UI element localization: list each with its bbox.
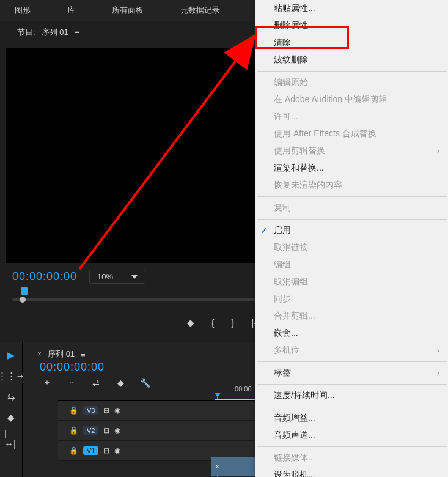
sequence-tab-name[interactable]: 序列 01 (48, 349, 75, 360)
menu-render-replace[interactable]: 渲染和替换... (255, 160, 448, 177)
tab-library[interactable]: 库 (55, 0, 87, 21)
menu-paste-attributes[interactable]: 粘贴属性... (255, 0, 448, 17)
timeline-panel-menu-icon[interactable]: ≡ (81, 350, 86, 359)
menu-link-media: 链接媒体... (255, 449, 448, 467)
menu-edit-original: 编辑原始 (255, 74, 448, 91)
menu-ripple-delete[interactable]: 波纹删除 (255, 51, 448, 68)
ripple-edit-tool[interactable]: ⇆ (4, 390, 18, 404)
selection-tool[interactable]: ▶ (4, 349, 18, 362)
clip-context-menu: 粘贴属性... 删除属性... 清除 波纹删除 编辑原始 在 Adobe Aud… (255, 0, 448, 477)
track-v1-target[interactable]: V1 (83, 446, 98, 455)
sequence-close-icon[interactable]: × (37, 350, 42, 358)
menu-replace-after-effects: 使用 After Effects 合成替换 (255, 125, 448, 142)
zoom-value: 10% (97, 272, 113, 281)
menu-replace-clip[interactable]: 使用剪辑替换› (255, 142, 448, 160)
menu-separator (257, 407, 447, 407)
menu-separator (257, 196, 447, 197)
lock-icon[interactable]: 🔒 (69, 446, 78, 455)
track-select-tool[interactable]: ⋮⋮→ (4, 369, 18, 383)
menu-license: 许可... (255, 108, 448, 125)
menu-separator (257, 361, 447, 362)
menu-enable[interactable]: ✓启用 (255, 222, 448, 239)
program-timecode[interactable]: 00:00:00:00 (12, 270, 77, 283)
tab-all-panels[interactable]: 所有面板 (100, 0, 156, 21)
menu-speed-duration[interactable]: 速度/持续时间... (255, 387, 448, 404)
tab-graphics[interactable]: 图形 (2, 0, 43, 21)
track-sync-icon[interactable]: ⊟ (103, 426, 109, 435)
menu-unlink: 取消链接 (255, 239, 448, 256)
linked-selection-toggle[interactable]: ⇄ (91, 377, 101, 388)
program-time-row: 00:00:00:00 10% (12, 270, 145, 284)
menu-audio-gain[interactable]: 音频增益... (255, 410, 448, 427)
menu-synchronize: 同步 (255, 290, 448, 308)
menu-edit-in-audition: 在 Adobe Audition 中编辑剪辑 (255, 91, 448, 108)
menu-group: 编组 (255, 256, 448, 273)
menu-audio-channels[interactable]: 音频声道... (255, 427, 448, 444)
menu-label[interactable]: 标签› (255, 364, 448, 382)
panel-menu-icon[interactable]: ≡ (75, 28, 79, 37)
menu-separator (257, 384, 447, 385)
submenu-icon: › (437, 369, 439, 377)
razor-tool[interactable]: ◆ (4, 411, 18, 424)
lock-icon[interactable]: 🔒 (69, 406, 78, 415)
tab-metadata[interactable]: 元数据记录 (168, 0, 232, 21)
menu-multicam: 多机位› (255, 342, 448, 359)
timeline-settings-icon[interactable]: 🔧 (140, 377, 150, 388)
timeline-playhead-icon[interactable] (215, 393, 221, 398)
menu-restore-unrendered: 恢复未渲染的内容 (255, 177, 448, 194)
check-icon: ✓ (260, 226, 268, 235)
slip-tool[interactable]: |↔| (4, 432, 18, 445)
track-sync-icon[interactable]: ⊟ (103, 406, 109, 415)
lock-icon[interactable]: 🔒 (69, 426, 78, 435)
ruler-tick-0: :00:00 (233, 385, 252, 393)
track-sync-icon[interactable]: ⊟ (103, 446, 109, 455)
program-title-prefix: 节目: (17, 27, 35, 38)
program-playhead[interactable] (21, 287, 28, 295)
track-visibility-icon[interactable]: ◉ (114, 406, 120, 415)
mark-icon[interactable]: ◆ (187, 314, 194, 331)
chevron-down-icon (131, 275, 138, 279)
menu-duplicate: 复制 (255, 199, 448, 216)
menu-nest[interactable]: 嵌套... (255, 325, 448, 342)
menu-merge-clips: 合并剪辑... (255, 308, 448, 325)
menu-separator (257, 71, 447, 72)
menu-clear[interactable]: 清除 (255, 34, 448, 51)
tool-palette: ▶ ⋮⋮→ ⇆ ◆ |↔| (0, 342, 23, 477)
clip-fx-label: fx (214, 462, 219, 470)
track-v3-target[interactable]: V3 (83, 406, 98, 415)
program-zoom-dropdown[interactable]: 10% (89, 270, 145, 284)
menu-separator (257, 446, 447, 447)
menu-separator (257, 219, 447, 220)
menu-remove-attributes[interactable]: 删除属性... (255, 17, 448, 34)
magnet-toggle[interactable]: ∩ (67, 377, 76, 388)
track-v2-target[interactable]: V2 (83, 426, 98, 435)
menu-set-offline[interactable]: 设为脱机... (255, 467, 448, 477)
program-sequence-name: 序列 01 (42, 27, 68, 38)
marker-button[interactable]: ◆ (116, 377, 125, 388)
track-visibility-icon[interactable]: ◉ (114, 426, 120, 435)
track-visibility-icon[interactable]: ◉ (114, 446, 120, 455)
menu-ungroup: 取消编组 (255, 273, 448, 290)
submenu-icon: › (437, 346, 439, 355)
mark-in-button[interactable]: { (211, 314, 215, 331)
snap-toggle[interactable]: ⌖ (42, 377, 52, 388)
mark-out-button[interactable]: } (232, 314, 235, 331)
scrub-zoom-knob[interactable] (20, 297, 26, 303)
submenu-icon: › (437, 147, 439, 155)
